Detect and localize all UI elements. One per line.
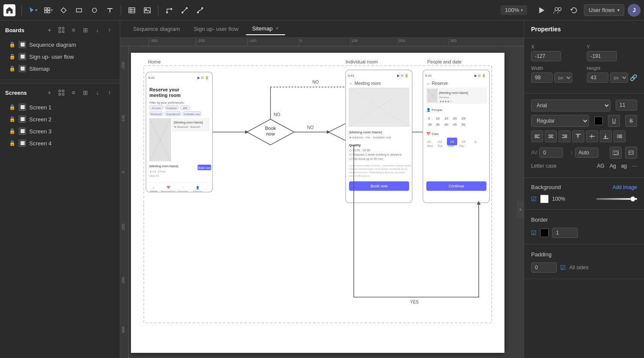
line-height-input[interactable] [575,147,598,158]
left-sidebar: Boards + ≡ ⊞ ↓ ↑ 🔒 ⬜ Sequence diagram [0,21,120,358]
svg-rect-29 [62,93,64,95]
screens-add-frame-btn[interactable] [56,87,67,98]
letter-case-ag[interactable]: AG [597,163,605,169]
rectangle-tool-btn[interactable] [73,4,85,17]
align-center-btn[interactable] [545,130,557,142]
boards-add-frame-btn[interactable] [56,25,67,35]
x-label: X [531,44,582,49]
svg-text:25: 25 [462,117,465,120]
screens-grid-btn[interactable]: ⊞ [80,87,91,98]
svg-text:Home: Home [150,190,158,193]
font-size-input[interactable] [616,99,637,111]
width-input[interactable] [531,72,553,83]
undo-btn[interactable] [568,4,580,17]
screen-page-icon-4: ⬜ [19,140,26,147]
screens-actions: + ≡ ⊞ ↓ ↑ [44,87,115,98]
line-height-field: ↕ [571,147,607,159]
font-family-select[interactable]: Arial Helvetica [531,99,611,111]
diamond-tool-btn[interactable] [57,4,70,17]
sidebar-item-sign-up[interactable]: 🔒 ⬜ Sign up- user flow [5,51,115,63]
sidebar-item-screen-4[interactable]: 🔒 ⬜ Screen 4 [5,137,115,149]
svg-text:Book now: Book now [371,184,388,188]
canvas-collapse-arrow[interactable]: › [517,201,524,218]
svg-text:Mon: Mon [427,144,433,147]
sidebar-item-sequence-diagram[interactable]: 🔒 ⬜ Sequence diagram [5,39,115,51]
boards-list-btn[interactable]: ≡ [68,25,79,35]
sidebar-item-screen-3[interactable]: 🔒 ⬜ Screen 3 [5,125,115,137]
tab-sitemap-close[interactable]: ✕ [275,26,279,31]
collab-btn[interactable] [551,4,564,17]
width-unit-select[interactable]: px % [554,72,572,83]
screens-sort-up-btn[interactable]: ↑ [104,87,115,98]
boards-sort-up-btn[interactable]: ↑ [104,25,115,35]
svg-point-20 [555,7,558,10]
align-left-btn[interactable] [531,130,543,142]
user-flows-dropdown[interactable]: User flows ▾ [584,4,624,16]
clip-text-btn[interactable] [625,147,637,159]
strikethrough-btn[interactable]: S [625,115,637,127]
wrap-text-btn[interactable] [610,147,622,159]
canvas-scroll-area[interactable]: Home Individual room People and date 9:4… [129,46,524,358]
height-input[interactable] [587,72,608,83]
svg-text:now: now [266,131,275,136]
text-tool-btn[interactable] [103,4,116,17]
canvas-page[interactable]: Home Individual room People and date 9:4… [131,53,504,353]
sidebar-item-screen-1[interactable]: 🔒 ⬜ Screen 1 [5,101,115,113]
boards-sort-down-btn[interactable]: ↓ [92,25,103,35]
padding-input[interactable] [531,262,557,273]
border-width-input[interactable] [552,228,578,238]
table-tool-btn[interactable] [125,4,138,17]
screens-list-btn[interactable]: ≡ [68,87,79,98]
home-logo[interactable] [3,4,15,16]
bg-color-box[interactable] [540,195,549,203]
valign-top-btn[interactable] [572,130,584,142]
link-dimensions-btn[interactable]: 🔗 [630,74,637,81]
image-tool-btn[interactable] [141,4,154,17]
svg-text:▶ ⊙ 🔋: ▶ ⊙ 🔋 [197,75,209,80]
svg-rect-24 [59,31,61,33]
sidebar-item-screen-2[interactable]: 🔒 ⬜ Screen 2 [5,113,115,125]
user-avatar[interactable]: J [628,4,641,17]
elbow-connector-btn[interactable] [163,4,176,17]
border-checkbox[interactable]: ☑ [531,229,537,236]
cursor-tool-btn[interactable]: ▾ [26,4,39,17]
sidebar-item-sitemap[interactable]: 🔒 ⬜ Sitemap [5,63,115,75]
border-color-box[interactable] [540,229,549,237]
frame-tool-btn[interactable]: ▾ [42,4,55,17]
list-btn[interactable] [614,130,626,142]
text-color-box[interactable] [594,117,603,125]
valign-middle-btn[interactable] [586,130,598,142]
svg-marker-161 [577,135,579,136]
zoom-value: 100% [505,7,519,13]
align-right-btn[interactable] [559,130,571,142]
y-input[interactable] [587,51,617,61]
boards-grid-btn[interactable]: ⊞ [80,25,91,35]
svg-text:30: 30 [428,123,432,126]
add-image-btn[interactable]: Add image [613,184,637,190]
svg-text:People and date: People and date [427,59,462,64]
letter-case-lower[interactable]: ag [621,163,627,169]
canvas-container: Sequence diagram Sign up- user flow Site… [120,21,524,358]
line-connector-btn[interactable] [178,4,191,17]
tab-sign-up-user-flow[interactable]: Sign up- user flow [188,23,244,35]
circle-tool-btn[interactable] [88,4,101,17]
boards-add-btn[interactable]: + [44,25,55,35]
play-btn[interactable] [535,4,548,17]
height-unit-select[interactable]: px % [610,72,628,83]
opacity-slider[interactable] [596,198,637,200]
letter-case-mixed[interactable]: Ag [610,163,616,169]
letter-spacing-input[interactable] [539,147,563,158]
font-weight-select[interactable]: Regular Bold Italic [531,115,589,127]
zoom-control[interactable]: 100% ▾ [501,5,527,15]
padding-allsides-checkbox[interactable]: ☑ [560,264,566,271]
tab-sitemap[interactable]: Sitemap ✕ [246,23,285,35]
x-input[interactable] [531,51,561,61]
screens-sort-down-btn[interactable]: ↓ [92,87,103,98]
bg-checkbox[interactable]: ☑ [531,196,537,202]
letter-case-label: Letter case [531,163,597,169]
valign-bottom-btn[interactable] [600,130,612,142]
underline-btn[interactable]: U [608,115,620,127]
screens-add-btn[interactable]: + [44,87,55,98]
curve-connector-btn[interactable] [194,4,207,17]
tab-sequence-diagram[interactable]: Sequence diagram [127,23,186,35]
